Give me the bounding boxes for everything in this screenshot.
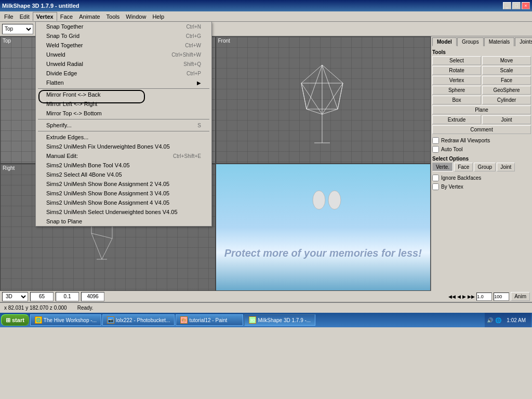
ignore-backfaces-checkbox[interactable] bbox=[432, 175, 439, 181]
menu-sims2-bone-tool[interactable]: Sims2 UniMesh Bone Tool V4.05 bbox=[36, 161, 211, 170]
menu-snap-together[interactable]: Snap Together Ctrl+N bbox=[36, 22, 211, 31]
tool-rotate[interactable]: Rotate bbox=[432, 66, 481, 75]
tab-materials[interactable]: Materials bbox=[484, 37, 515, 46]
tool-geosphere[interactable]: GeoSphere bbox=[482, 86, 531, 95]
tool-comment[interactable]: Comment bbox=[432, 125, 531, 134]
menu-spherify[interactable]: Spherify... S bbox=[36, 121, 211, 130]
view1-select[interactable]: Top Front Right 3D bbox=[2, 24, 33, 34]
svg-point-19 bbox=[313, 191, 325, 209]
sel-btn-group[interactable]: Group bbox=[474, 163, 496, 171]
taskbar-milkshape[interactable]: 3D MilkShape 3D 1.7.9 -... bbox=[244, 314, 315, 326]
taskbar-photobucket[interactable]: 📷 lolx222 - Photobucket... bbox=[102, 314, 175, 326]
menu-unweld[interactable]: Unweld Ctrl+Shift+W bbox=[36, 50, 211, 59]
select-options-label: Select Options bbox=[432, 156, 531, 162]
menu-animate[interactable]: Animate bbox=[76, 12, 103, 21]
tool-box[interactable]: Box bbox=[432, 96, 481, 104]
taskbar-paint[interactable]: 🎨 tutorial12 - Paint bbox=[176, 314, 243, 326]
menu-window[interactable]: Window bbox=[123, 12, 149, 21]
frame-field1[interactable] bbox=[476, 292, 492, 301]
menu-sims2-select-underweighted[interactable]: Sims2 UniMesh Select Underweighted bones… bbox=[36, 207, 211, 217]
taskbar: ⊞ start 🌐 The Hive Workshop -... 📷 lolx2… bbox=[0, 313, 532, 327]
menu-snap-to-grid[interactable]: Snap To Grid Ctrl+G bbox=[36, 31, 211, 41]
vp-field3[interactable] bbox=[81, 292, 104, 301]
start-button[interactable]: ⊞ start bbox=[1, 314, 29, 326]
viewport-front[interactable]: Front bbox=[216, 36, 431, 164]
menu-sims2-show-bone-3[interactable]: Sims2 UniMesh Show Bone Assignment 3 V4.… bbox=[36, 189, 211, 198]
hive-icon: 🌐 bbox=[35, 316, 42, 324]
menu-edit[interactable]: Edit bbox=[17, 12, 33, 21]
viewport-3d[interactable]: Protect more of your memories for less! bbox=[216, 164, 431, 291]
frame-field2[interactable] bbox=[494, 292, 509, 301]
tool-sphere[interactable]: Sphere bbox=[432, 86, 481, 95]
menu-sims2-show-bone-2[interactable]: Sims2 UniMesh Show Bone Assignment 2 V4.… bbox=[36, 179, 211, 189]
menu-unweld-radial[interactable]: Unweld Radial Shift+Q bbox=[36, 59, 211, 69]
panel-tabs: Model Groups Materials Joints bbox=[432, 37, 531, 46]
tool-joint[interactable]: Joint bbox=[482, 115, 531, 124]
menu-mirror-top-bottom[interactable]: Mirror Top <-> Bottom bbox=[36, 109, 211, 118]
redraw-all-checkbox[interactable] bbox=[432, 137, 439, 144]
status-bar: x 82.031 y 182.070 z 0.000 Ready. bbox=[0, 302, 532, 313]
menu-tools[interactable]: Tools bbox=[103, 12, 123, 21]
menu-file[interactable]: File bbox=[1, 12, 17, 21]
close-button[interactable]: × bbox=[522, 2, 530, 9]
tools-label: Tools bbox=[432, 49, 531, 55]
auto-tool-checkbox[interactable] bbox=[432, 146, 439, 153]
photobucket-icon: 📷 bbox=[107, 316, 114, 324]
tray-icon-1: 🔊 bbox=[487, 317, 493, 323]
tab-model[interactable]: Model bbox=[432, 37, 457, 46]
ignore-backfaces-row: Ignore Backfaces bbox=[432, 175, 531, 181]
menu-divide-edge[interactable]: Divide Edge Ctrl+P bbox=[36, 69, 211, 78]
by-vertex-checkbox[interactable] bbox=[432, 183, 439, 190]
menu-sims2-select-4bone[interactable]: Sims2 Select All 4Bone V4.05 bbox=[36, 170, 211, 179]
auto-tool-row: Auto Tool bbox=[432, 146, 531, 153]
tab-groups[interactable]: Groups bbox=[457, 37, 484, 46]
menu-manual-edit[interactable]: Manual Edit: Ctrl+Shift+E bbox=[36, 151, 211, 161]
tab-joints[interactable]: Joints bbox=[515, 37, 532, 46]
title-bar-buttons: _ □ × bbox=[503, 2, 530, 9]
tool-plane[interactable]: Plane bbox=[432, 105, 531, 114]
viewport-top-label: Top bbox=[3, 38, 11, 44]
menu-flatten[interactable]: Flatten ▶ bbox=[36, 78, 211, 87]
taskbar-tray: 🔊 🌐 1:02 AM bbox=[485, 313, 531, 327]
viewport-right-label: Right bbox=[3, 165, 15, 171]
redraw-all-label: Redraw All Viewports bbox=[441, 138, 490, 143]
taskbar-hive-workshop[interactable]: 🌐 The Hive Workshop -... bbox=[30, 314, 101, 326]
menu-weld-together[interactable]: Weld Together Ctrl+W bbox=[36, 41, 211, 50]
menu-sims2-fix-underweighted[interactable]: Sims2 UniMesh Fix Underweighted Bones V4… bbox=[36, 142, 211, 151]
separator-2 bbox=[38, 119, 209, 119]
sel-btn-joint[interactable]: Joint bbox=[497, 163, 515, 171]
tool-cylinder[interactable]: Cylinder bbox=[482, 96, 531, 104]
ad-text: Protect more of your memories for less! bbox=[224, 247, 422, 259]
minimize-button[interactable]: _ bbox=[503, 2, 511, 9]
maximize-button[interactable]: □ bbox=[512, 2, 521, 9]
sel-btn-vertex[interactable]: Verte. bbox=[432, 163, 453, 171]
tool-select[interactable]: Select bbox=[432, 56, 481, 65]
vp-field2[interactable] bbox=[56, 292, 79, 301]
sel-btn-face[interactable]: Face bbox=[454, 163, 473, 171]
model-3d-silhouette bbox=[306, 190, 348, 242]
tool-extrude[interactable]: Extrude bbox=[432, 115, 481, 124]
menu-snap-to-plane[interactable]: Snap to Plane bbox=[36, 217, 211, 226]
menu-sims2-show-bone-4[interactable]: Sims2 UniMesh Show Bone Assignment 4 V4.… bbox=[36, 198, 211, 207]
svg-line-15 bbox=[91, 233, 112, 238]
menu-mirror-front-back[interactable]: Mirror Front <-> Back bbox=[36, 90, 211, 99]
menu-extrude-edges[interactable]: Extrude Edges... bbox=[36, 132, 211, 142]
anim-button[interactable]: Anim bbox=[511, 292, 530, 301]
menu-help[interactable]: Help bbox=[149, 12, 167, 21]
vp-field1[interactable] bbox=[30, 292, 54, 301]
menu-vertex[interactable]: Vertex bbox=[33, 12, 57, 21]
by-vertex-label: By Vertex bbox=[441, 184, 463, 190]
milkshape-icon: 3D bbox=[249, 316, 256, 324]
anim-controls: ◀◀ ◀ ▶ ▶▶ Anim bbox=[448, 292, 530, 301]
vp-type-select[interactable]: 3D Front Top Right bbox=[2, 292, 28, 301]
viewport-front-label: Front bbox=[218, 38, 230, 44]
svg-line-17 bbox=[102, 238, 112, 259]
tool-vertex[interactable]: Vertex bbox=[432, 76, 481, 85]
menu-face[interactable]: Face bbox=[57, 12, 76, 21]
auto-tool-label: Auto Tool bbox=[441, 147, 463, 152]
tool-move[interactable]: Move bbox=[482, 56, 531, 65]
ignore-backfaces-label: Ignore Backfaces bbox=[441, 175, 481, 181]
menu-mirror-left-right[interactable]: Mirror Left <-> Right bbox=[36, 99, 211, 109]
tool-face[interactable]: Face bbox=[482, 76, 531, 85]
tool-scale[interactable]: Scale bbox=[482, 66, 531, 75]
